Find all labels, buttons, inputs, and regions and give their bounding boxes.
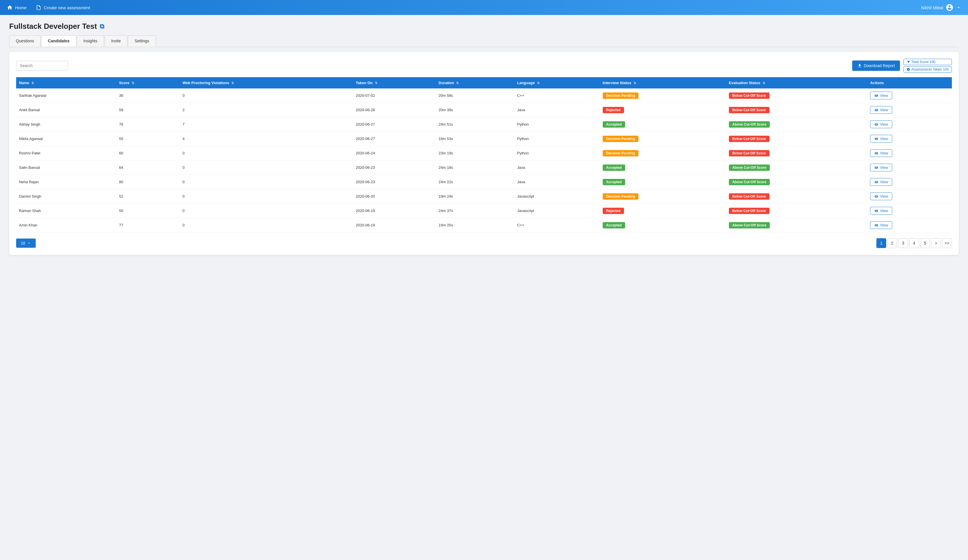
page-title: Fullstack Developer Test (9, 22, 97, 31)
cell-actions: View (867, 175, 952, 189)
cell-language: Java (514, 103, 600, 117)
chevron-down-icon (956, 5, 961, 10)
view-button[interactable]: View (870, 106, 892, 114)
cell-score: 64 (116, 161, 179, 175)
col-duration[interactable]: Duration ⇅ (436, 77, 514, 88)
table-row: Roshni Patel 60 0 2020-06-24 23m 19s Pyt… (16, 146, 952, 161)
cell-name: Nikita Agarwal (16, 132, 116, 146)
page-button-4[interactable]: 4 (909, 238, 919, 248)
page-button-2[interactable]: 2 (887, 238, 897, 248)
page-button->>[interactable]: >> (942, 238, 952, 248)
cell-actions: View (867, 218, 952, 232)
eye-icon (874, 223, 878, 227)
table-row: Nikita Agarwal 55 4 2020-06-27 16m 53s P… (16, 132, 952, 146)
view-button[interactable]: View (870, 221, 892, 229)
cell-interview-status: Accepted (600, 175, 726, 189)
home-link[interactable]: Home (7, 5, 27, 10)
download-report-button[interactable]: Download Report (852, 61, 900, 71)
cell-violations: 2 (179, 103, 353, 117)
page-button->[interactable]: > (931, 238, 941, 248)
page-button-5[interactable]: 5 (920, 238, 930, 248)
tabs: Questions Candidates Insights Invite Set… (9, 35, 959, 47)
table-row: Salin Bansal 64 0 2020-06-23 24m 18s Jav… (16, 161, 952, 175)
cell-name: Ankit Bansal (16, 103, 116, 117)
sort-icon-duration: ⇅ (456, 81, 459, 84)
cell-name: Abhay Singh (16, 117, 116, 132)
filter-total-score[interactable]: Total Score 100 (903, 59, 952, 65)
cell-duration: 19m 24s (436, 189, 514, 204)
eye-icon (874, 194, 878, 199)
eye-icon (874, 166, 878, 170)
page-button-3[interactable]: 3 (898, 238, 908, 248)
cell-eval-status: Below Cut-Off Score (726, 146, 867, 161)
cell-actions: View (867, 117, 952, 132)
cell-taken-on: 2020-06-23 (353, 175, 436, 189)
interview-status-badge: Decision Pending (603, 193, 639, 200)
page-title-container: Fullstack Developer Test ⧉ (9, 22, 959, 31)
cell-interview-status: Decision Pending (600, 88, 726, 103)
user-menu[interactable]: Nikhil Mittal (921, 3, 961, 12)
table-row: Raman Shah 50 0 2020-06-19 24m 37s Javas… (16, 204, 952, 218)
tab-questions[interactable]: Questions (9, 35, 41, 47)
view-button[interactable]: View (870, 121, 892, 128)
cell-eval-status: Above Cut-Off Score (726, 218, 867, 232)
view-button[interactable]: View (870, 91, 892, 99)
cell-eval-status: Below Cut-Off Score (726, 204, 867, 218)
tab-candidates[interactable]: Candidates (41, 35, 76, 47)
table-header: Name ⇅ Score ⇅ Web Proctoring Violations… (16, 77, 952, 88)
page-button-1[interactable]: 1 (877, 238, 886, 248)
download-icon (857, 63, 862, 68)
cell-taken-on: 2020-06-24 (353, 146, 436, 161)
eval-status-badge: Above Cut-Off Score (729, 121, 770, 128)
filter-assessments[interactable]: Assessments Taken 102 (903, 66, 952, 73)
cell-duration: 20m 58s (436, 88, 514, 103)
external-link-icon[interactable]: ⧉ (100, 23, 104, 30)
user-label: Nikhil Mittal (921, 5, 943, 10)
col-eval-status[interactable]: Evaluation Status ⇅ (726, 77, 867, 88)
col-name[interactable]: Name ⇅ (16, 77, 116, 88)
filter-total-score-label: Total Score 100 (911, 60, 935, 64)
search-input[interactable] (16, 61, 68, 71)
cell-interview-status: Rejected (600, 103, 726, 117)
cell-interview-status: Accepted (600, 218, 726, 232)
cell-interview-status: Decision Pending (600, 146, 726, 161)
col-violations[interactable]: Web Proctoring Violations ⇅ (179, 77, 353, 88)
cell-violations: 0 (179, 218, 353, 232)
cell-name: Damini Singh (16, 189, 116, 204)
col-taken-on[interactable]: Taken On ⇅ (353, 77, 436, 88)
candidates-card: Download Report Total Score 100 Assessme… (9, 52, 959, 255)
cell-eval-status: Above Cut-Off Score (726, 161, 867, 175)
eye-icon (874, 151, 878, 155)
view-button[interactable]: View (870, 149, 892, 157)
col-interview-status[interactable]: Interview Status ⇅ (600, 77, 726, 88)
eye-icon (874, 209, 878, 213)
view-button[interactable]: View (870, 135, 892, 142)
create-label: Create new assessment (44, 5, 90, 10)
cell-actions: View (867, 146, 952, 161)
cell-actions: View (867, 103, 952, 117)
cell-score: 80 (116, 175, 179, 189)
tab-invite[interactable]: Invite (104, 35, 128, 47)
cell-language: Python (514, 132, 600, 146)
view-button[interactable]: View (870, 164, 892, 171)
interview-status-badge: Decision Pending (603, 136, 639, 142)
create-assessment-link[interactable]: Create new assessment (36, 5, 90, 10)
eye-icon (874, 108, 878, 112)
eval-status-badge: Below Cut-Off Score (729, 136, 769, 142)
view-button[interactable]: View (870, 207, 892, 215)
cell-language: Javascript (514, 189, 600, 204)
table-row: Sarthak Agarwal 36 0 2020-07-02 20m 58s … (16, 88, 952, 103)
col-score[interactable]: Score ⇅ (116, 77, 179, 88)
table-row: Ankit Bansal 59 2 2020-06-28 20m 39s Jav… (16, 103, 952, 117)
interview-status-badge: Accepted (603, 179, 625, 185)
cell-actions: View (867, 189, 952, 204)
tab-settings[interactable]: Settings (128, 35, 156, 47)
col-language[interactable]: Language ⇅ (514, 77, 600, 88)
view-button[interactable]: View (870, 192, 892, 200)
view-button[interactable]: View (870, 178, 892, 186)
cell-taken-on: 2020-06-23 (353, 161, 436, 175)
cell-score: 36 (116, 88, 179, 103)
tab-insights[interactable]: Insights (77, 35, 104, 47)
cell-interview-status: Accepted (600, 161, 726, 175)
per-page-button[interactable]: 10 (16, 239, 36, 248)
